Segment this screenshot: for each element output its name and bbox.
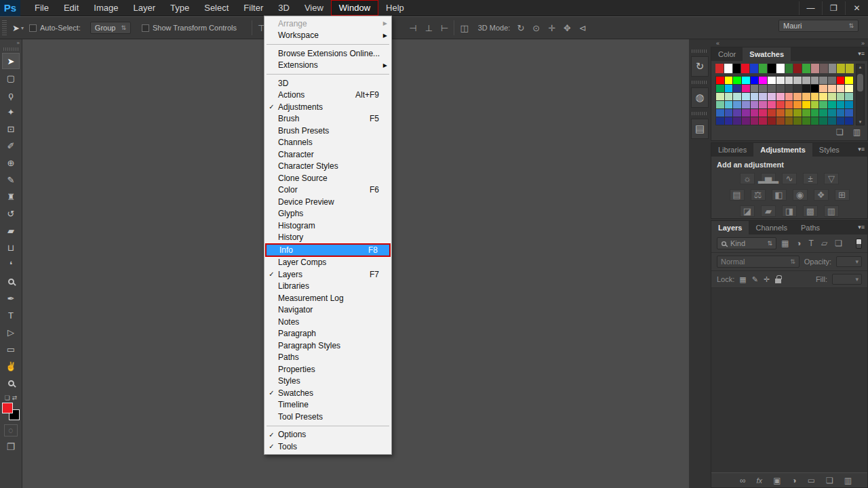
3d-orbit-icon[interactable]: ↻ (517, 23, 524, 33)
new-group-icon[interactable]: ▭ (808, 476, 815, 485)
swatch[interactable] (785, 117, 793, 125)
recent-swatch[interactable] (768, 64, 776, 73)
menu-item-extensions[interactable]: Extensions▶ (265, 60, 391, 72)
filter-pixel-layers-icon[interactable]: ▦ (781, 239, 789, 248)
recent-swatch[interactable] (811, 64, 819, 73)
swatch[interactable] (845, 101, 853, 108)
lock-image-pixels-icon[interactable]: ✎ (752, 275, 758, 284)
lock-all-icon[interactable] (775, 279, 781, 283)
swatch[interactable] (837, 101, 845, 108)
panel-menu-icon[interactable]: ▾≡ (858, 146, 865, 152)
swatch[interactable] (828, 101, 836, 108)
rectangular-marquee-tool[interactable]: ▢ (2, 70, 20, 86)
levels-button[interactable]: ▂▅▂ (761, 173, 776, 184)
menu-item-layers[interactable]: ✓LayersF7 (265, 268, 391, 281)
swatch[interactable] (811, 117, 819, 125)
scroll-up-icon[interactable]: ▴ (859, 64, 862, 70)
swatch[interactable] (793, 77, 802, 84)
filter-adjustment-layers-icon[interactable]: ◑ (796, 239, 801, 248)
swatch[interactable] (751, 85, 759, 92)
pen-tool[interactable]: ✒ (2, 290, 20, 306)
swatch[interactable] (768, 85, 776, 92)
current-tool-button[interactable]: ➤ ▾ (9, 23, 29, 33)
swatch[interactable] (837, 109, 845, 117)
3d-slide-icon[interactable]: ✥ (564, 23, 571, 33)
swatch[interactable] (819, 85, 827, 92)
swatch[interactable] (742, 93, 750, 100)
menu-item-styles[interactable]: Styles (265, 375, 391, 388)
swatch[interactable] (828, 93, 836, 100)
menu-item-swatches[interactable]: ✓Swatches (265, 387, 391, 399)
swatch[interactable] (725, 77, 733, 84)
panel-tab-layers[interactable]: Layers (711, 221, 749, 235)
path-selection-tool-icon[interactable]: ▷ (7, 327, 14, 338)
photo-filter-button[interactable]: ◉ (793, 189, 808, 201)
panel-grip[interactable] (692, 112, 708, 115)
menu-item-layer-comps[interactable]: Layer Comps (265, 257, 391, 269)
spot-healing-brush-tool[interactable]: ⊕ (2, 155, 20, 171)
recent-swatch[interactable] (776, 64, 785, 73)
swatch[interactable] (725, 85, 733, 92)
swatch[interactable] (845, 77, 853, 84)
swatch[interactable] (768, 93, 776, 100)
vibrance-button[interactable]: ▽ (824, 173, 839, 184)
eyedropper-tool[interactable]: ✐ (2, 138, 20, 154)
swatch[interactable] (725, 93, 733, 100)
new-layer-icon[interactable]: ❏ (826, 476, 833, 485)
exposure-button[interactable]: ± (803, 173, 818, 184)
swatch[interactable] (716, 93, 724, 100)
menu-item-history[interactable]: History (265, 232, 391, 244)
eraser-tool[interactable]: ▰ (2, 222, 20, 239)
swatch[interactable] (716, 117, 724, 125)
swatch[interactable] (776, 117, 785, 125)
swatch[interactable] (751, 77, 759, 84)
swatch[interactable] (716, 109, 724, 117)
menu-item-libraries[interactable]: Libraries (265, 281, 391, 293)
swatch[interactable] (845, 85, 853, 92)
spot-healing-brush-tool-icon[interactable]: ⊕ (7, 158, 15, 168)
menu-item-character[interactable]: Character (265, 148, 391, 161)
panel-tab-adjustments[interactable]: Adjustments (753, 143, 812, 157)
menu-item-brush-presets[interactable]: Brush Presets (265, 125, 391, 137)
recent-swatch[interactable] (750, 64, 758, 73)
recent-swatch[interactable] (785, 64, 793, 73)
swatch[interactable] (751, 109, 759, 117)
scroll-down-icon[interactable]: ▾ (859, 119, 862, 125)
swatch[interactable] (776, 85, 785, 92)
swatch[interactable] (837, 117, 845, 125)
menu-3d[interactable]: 3D (271, 1, 297, 15)
menu-item-brush[interactable]: BrushF5 (265, 113, 391, 125)
collapse-panels-right-icon[interactable]: » (861, 40, 864, 47)
recent-swatch[interactable] (759, 64, 767, 73)
hue-saturation-button[interactable]: ▤ (730, 189, 745, 201)
swatch[interactable] (733, 93, 741, 100)
menu-item-glyphs[interactable]: Glyphs (265, 208, 391, 220)
menu-item-options[interactable]: ✓Options (265, 429, 391, 441)
swatch[interactable] (837, 93, 845, 100)
swatch[interactable] (837, 85, 845, 92)
swatch[interactable] (802, 117, 810, 125)
swatch[interactable] (716, 101, 724, 108)
menu-filter[interactable]: Filter (236, 1, 271, 15)
swatches-scrollbar[interactable]: ▴ ▾ (856, 64, 865, 125)
swatch[interactable] (785, 109, 793, 117)
menu-item-channels[interactable]: Channels (265, 137, 391, 149)
new-adjustment-layer-icon[interactable]: ◑ (791, 476, 796, 485)
crop-tool-icon[interactable]: ⊡ (7, 124, 15, 134)
link-layers-icon[interactable]: ∞ (740, 476, 746, 485)
swatch[interactable] (793, 93, 802, 100)
panel-tab-color[interactable]: Color (711, 47, 743, 61)
menu-item-timeline[interactable]: Timeline (265, 399, 391, 411)
swatch[interactable] (819, 93, 827, 100)
swatch[interactable] (733, 101, 741, 108)
swatch[interactable] (845, 109, 853, 117)
hand-tool[interactable]: ✌ (2, 358, 20, 374)
menu-item-paragraph-styles[interactable]: Paragraph Styles (265, 340, 391, 352)
swatch[interactable] (811, 101, 819, 108)
rectangle-tool-icon[interactable]: ▭ (7, 344, 15, 354)
menu-item-color[interactable]: ColorF6 (265, 184, 391, 197)
panel-tab-swatches[interactable]: Swatches (743, 47, 791, 61)
swatch[interactable] (751, 101, 759, 108)
panel-grip[interactable] (692, 81, 708, 84)
scrollbar-thumb[interactable] (857, 74, 863, 92)
